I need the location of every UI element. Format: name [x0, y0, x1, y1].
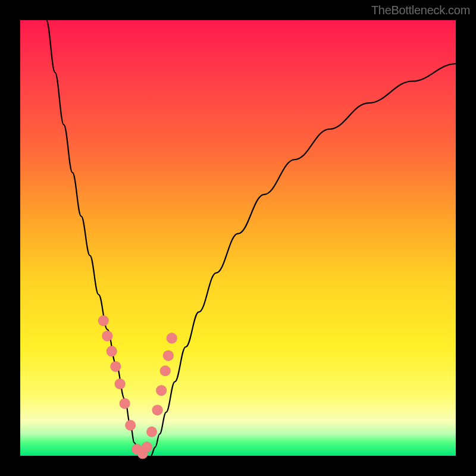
highlight-dot — [163, 350, 174, 361]
highlight-dots — [98, 315, 177, 459]
highlight-dot — [156, 385, 167, 396]
watermark: TheBottleneck.com — [371, 4, 470, 17]
highlight-dot — [98, 315, 109, 326]
right-branch-curve — [151, 64, 456, 456]
highlight-dot — [107, 346, 117, 356]
left-branch-curve — [46, 20, 142, 456]
highlight-dot — [152, 405, 163, 415]
highlight-dot — [102, 331, 112, 342]
curve-layer — [20, 20, 456, 456]
highlight-dot — [120, 398, 130, 409]
highlight-dot — [115, 378, 126, 389]
highlight-dot — [110, 361, 121, 372]
highlight-dot — [125, 420, 136, 431]
chart-frame: TheBottleneck.com — [0, 0, 476, 476]
highlight-dot — [146, 427, 157, 437]
highlight-dot — [160, 365, 171, 376]
highlight-dot — [167, 333, 177, 343]
highlight-dot — [142, 441, 152, 452]
plot-area — [20, 20, 456, 456]
